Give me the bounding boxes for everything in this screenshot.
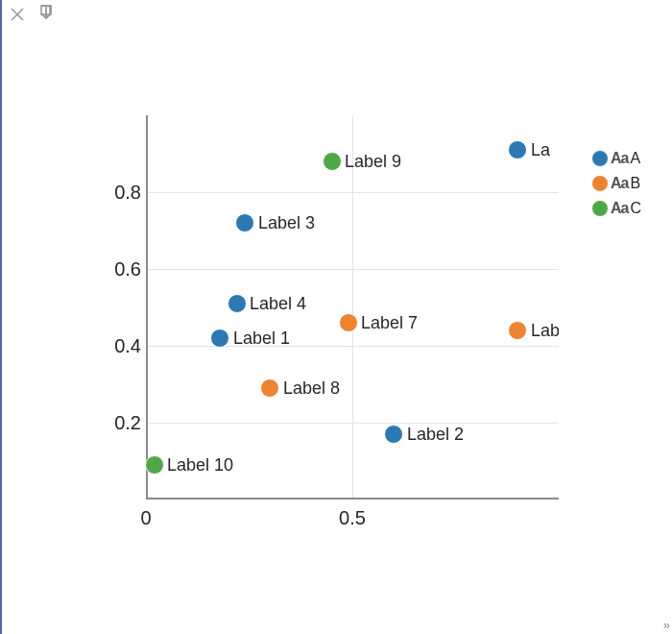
data-point-label: Label 7 (361, 313, 418, 333)
data-point-label: Label 9 (345, 152, 401, 172)
legend-label: C (630, 200, 641, 217)
data-point[interactable] (508, 321, 527, 340)
y-tick: 0.2 (103, 412, 141, 434)
data-point[interactable] (323, 152, 342, 171)
legend-aa: Aa (611, 200, 628, 217)
data-point[interactable] (146, 455, 164, 475)
y-tick: 0.6 (103, 258, 141, 280)
data-point[interactable] (260, 378, 279, 398)
toolbar (8, 4, 56, 25)
data-point-label: Label 1 (233, 329, 290, 349)
x-tick: 0 (140, 507, 151, 529)
legend-swatch-icon (591, 150, 609, 167)
app-frame: 0.2 0.4 0.6 0.8 0 0.5 Label 1 Label 2 La… (0, 0, 672, 634)
data-point-label: Lab (531, 321, 559, 341)
legend-swatch-icon (591, 200, 609, 217)
legend-label: A (630, 150, 640, 167)
x-axis (146, 498, 559, 500)
legend-aa: Aa (611, 150, 628, 167)
legend-item[interactable]: Aa A (591, 150, 641, 167)
data-point-label: Label 4 (250, 294, 306, 314)
data-point[interactable] (210, 329, 229, 348)
gridline (352, 115, 353, 500)
data-point[interactable] (508, 140, 527, 159)
legend-item[interactable]: Aa B (591, 175, 641, 192)
data-point[interactable] (384, 425, 403, 444)
chart: 0.2 0.4 0.6 0.8 0 0.5 Label 1 Label 2 La… (50, 115, 588, 538)
legend: Aa A Aa B Aa C (591, 150, 641, 217)
y-axis (146, 115, 148, 500)
y-tick: 0.4 (103, 335, 141, 357)
resize-handle-icon[interactable]: » (663, 618, 670, 632)
data-point-label: Label 3 (258, 213, 315, 233)
legend-aa: Aa (611, 175, 628, 192)
legend-label: B (630, 175, 640, 192)
data-point[interactable] (339, 313, 358, 332)
plot-area[interactable]: Label 1 Label 2 Label 3 Label 4 La Lab L… (146, 115, 559, 500)
y-tick: 0.8 (103, 182, 141, 204)
download-icon[interactable] (36, 4, 56, 25)
x-tick: 0.5 (339, 507, 366, 529)
legend-swatch-icon (591, 175, 609, 192)
data-point-label: Label 10 (167, 455, 233, 476)
data-point[interactable] (228, 294, 247, 313)
legend-item[interactable]: Aa C (591, 200, 641, 217)
data-point-label: Label 8 (283, 378, 340, 399)
data-point-label: La (531, 140, 550, 160)
data-point-label: Label 2 (407, 425, 464, 445)
close-icon[interactable] (8, 4, 27, 25)
data-point[interactable] (235, 213, 254, 232)
